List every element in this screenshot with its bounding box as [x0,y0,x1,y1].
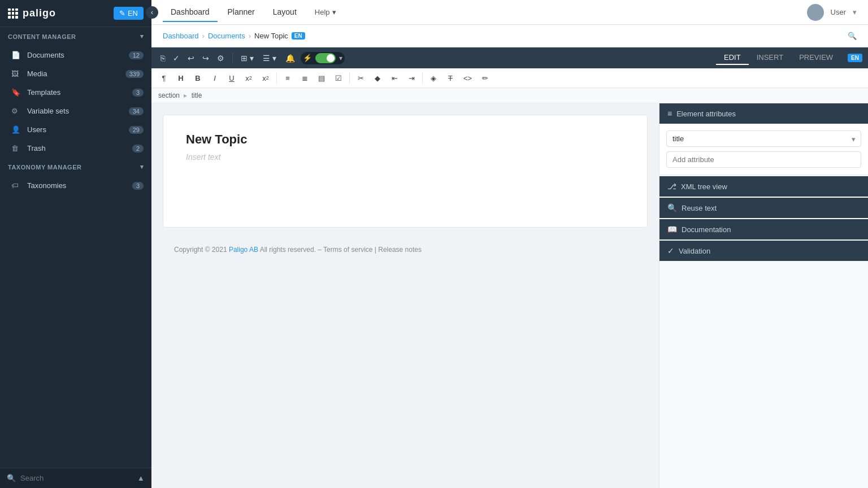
logo-icon [8,8,18,19]
sidebar-item-users[interactable]: 👤 Users 29 [0,120,151,139]
indent-left-button[interactable]: ⇤ [387,71,402,85]
editor-document[interactable]: New Topic Insert text [163,115,648,228]
edit-icon: ✎ [119,9,125,18]
underline-button[interactable]: U [224,71,240,85]
documents-icon: 📄 [11,51,23,59]
path-separator: ▸ [184,91,187,99]
reuse-text-header[interactable]: 🔍 Reuse text [659,198,868,218]
top-nav: Dashboard Planner Layout Help ▾ User ▾ [151,0,868,25]
editor-body: New Topic Insert text Copyright © 2021 P… [151,103,868,488]
path-section: section [158,91,180,99]
attribute-select-wrapper: title [666,130,861,147]
editor-wrapper: ⎘ ✓ ↩ ↪ ⚙ ⊞ ▾ ☰ ▾ 🔔 ⚡ ▾ E [151,47,868,488]
check-button[interactable]: ✓ [170,51,183,65]
documents-badge: 12 [129,51,144,59]
strikethrough-button[interactable]: T [442,71,458,85]
insert-text-placeholder[interactable]: Insert text [186,152,624,162]
sidebar-item-trash[interactable]: 🗑 Trash 2 [0,139,151,158]
sidebar-item-label: Trash [27,144,132,152]
sidebar-item-documents[interactable]: 📄 Documents 12 [0,46,151,64]
documentation-header[interactable]: 📖 Documentation [659,219,868,239]
expand-search-button[interactable]: ▲ [137,474,145,482]
element-attributes-header[interactable]: ≡ Element attributes [659,103,868,124]
reuse-text-title: Reuse text [682,204,717,212]
superscript-button[interactable]: x2 [241,71,257,85]
tab-insert[interactable]: INSERT [749,51,791,65]
redo-button[interactable]: ↪ [199,51,212,65]
undo-button[interactable]: ↩ [184,51,198,65]
fmt-separator [422,72,423,84]
xml-tree-title: XML tree view [681,182,727,191]
users-icon: 👤 [11,125,23,134]
ordered-list-button[interactable]: ≣ [297,71,313,85]
edit-button[interactable]: ✎ EN [114,7,144,20]
paragraph-button[interactable]: ¶ [156,71,172,85]
breadcrumb-sep: › [249,32,251,40]
templates-badge: 3 [132,89,144,97]
sidebar-item-media[interactable]: 🖼 Media 339 [0,64,151,83]
italic-button[interactable]: I [207,71,223,85]
element-attributes-section: ≡ Element attributes title [659,103,868,175]
highlight-button[interactable]: ◆ [370,71,385,85]
marker-button[interactable]: ◈ [426,71,441,85]
media-icon: 🖼 [11,69,23,78]
bell-button[interactable]: 🔔 [282,51,298,65]
topnav-links: Dashboard Planner Layout Help ▾ [163,3,807,22]
media-badge: 339 [125,70,144,78]
breadcrumb-dashboard[interactable]: Dashboard [163,32,199,40]
validation-header[interactable]: ✓ Validation [659,241,868,261]
topnav-layout[interactable]: Layout [265,3,305,22]
toggle-label: ▾ [339,54,342,62]
indent-right-button[interactable]: ⇥ [403,71,419,85]
code-button[interactable]: <> [459,71,476,85]
element-attributes-icon: ≡ [667,109,672,118]
sidebar-item-taxonomies[interactable]: 🏷 Taxonomies 3 [0,176,151,195]
avatar [807,4,824,21]
sidebar-toggle-button[interactable]: ‹ [146,6,158,19]
checklist-button[interactable]: ☑ [331,71,346,85]
toggle-track[interactable] [315,53,336,63]
breadcrumb-sep: › [202,32,205,40]
topnav-planner[interactable]: Planner [220,3,263,22]
topnav-help[interactable]: Help ▾ [307,3,344,21]
subscript-button[interactable]: x2 [258,71,274,85]
sidebar-item-templates[interactable]: 🔖 Templates 3 [0,83,151,102]
breadcrumb-documents[interactable]: Documents [208,32,245,40]
breadcrumb-search-icon[interactable]: 🔍 [848,32,857,40]
editor-top-toolbar: ⎘ ✓ ↩ ↪ ⚙ ⊞ ▾ ☰ ▾ 🔔 ⚡ ▾ E [151,47,868,68]
attribute-select[interactable]: title [666,130,861,147]
search-input[interactable] [20,474,137,482]
align-button[interactable]: ▤ [314,71,329,85]
documentation-section: 📖 Documentation [659,219,868,239]
bold-button[interactable]: B [190,71,206,85]
content-manager-section[interactable]: CONTENT MANAGER ▾ [0,27,151,46]
fmt-separator [349,72,350,84]
view-button[interactable]: ⊞ ▾ [237,51,257,65]
company-link[interactable]: Paligo AB [229,246,258,254]
insert-button[interactable]: ☰ ▾ [259,51,280,65]
chevron-down-icon: ▾ [140,163,144,171]
toolbar-separator [232,53,233,64]
edit-lang: EN [128,9,138,18]
settings-button[interactable]: ⚙ [214,51,228,65]
tab-preview[interactable]: PREVIEW [791,51,841,65]
scissors-button[interactable]: ✂ [353,71,368,85]
rights-text: All rights reserved. – Terms of service … [260,246,422,254]
toolbar-group-actions: ⎘ ✓ ↩ ↪ ⚙ [157,51,228,65]
heading-button[interactable]: H [173,71,189,85]
footer: Copyright © 2021 Paligo AB All rights re… [163,239,648,260]
variable-sets-icon: ⚙ [11,107,23,115]
sidebar-item-variable-sets[interactable]: ⚙ Variable sets 34 [0,102,151,120]
sidebar-item-label: Templates [27,88,132,97]
add-attribute-input[interactable] [666,151,861,168]
documentation-icon: 📖 [667,225,677,234]
tab-edit[interactable]: EDIT [716,51,749,65]
topnav-dashboard[interactable]: Dashboard [163,3,218,22]
sidebar-nav: CONTENT MANAGER ▾ 📄 Documents 12 🖼 Media… [0,27,151,468]
save-button[interactable]: ⎘ [157,51,168,65]
taxonomy-manager-section[interactable]: TAXONOMY MANAGER ▾ [0,158,151,176]
xml-tree-header[interactable]: ⎇ XML tree view [659,176,868,197]
unordered-list-button[interactable]: ≡ [280,71,296,85]
pencil-button[interactable]: ✏ [477,71,493,85]
element-attributes-content: title [659,124,868,175]
